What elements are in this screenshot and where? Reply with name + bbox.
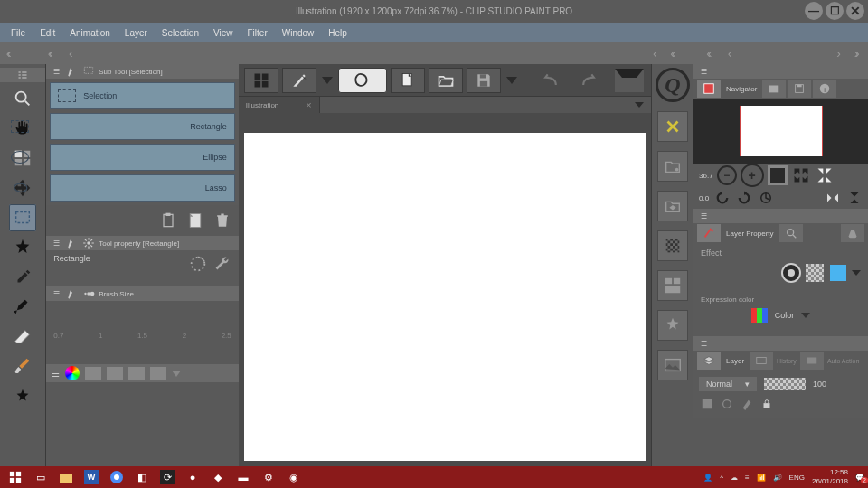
dropdown-icon[interactable] [322,77,333,84]
brush-size-header[interactable]: ☰ Brush Size [46,286,239,301]
tone-effect-button[interactable] [805,263,825,283]
explorer-taskbar-icon[interactable] [54,468,78,486]
panel-menu-icon[interactable]: ☰ [697,210,710,222]
panel-menu-icon[interactable]: ☰ [50,65,62,78]
panel-menu-icon[interactable]: ☰ [697,65,710,78]
expand-dock-icon[interactable]: ›› [848,46,868,61]
collapse-left-icon[interactable]: ‹‹ [0,46,20,61]
search-layer-tab[interactable] [779,224,803,242]
panel-menu-icon[interactable]: ☰ [52,369,60,379]
brush-size-body[interactable]: 0.7 1 1.5 2 2.5 [46,301,239,364]
rotate-cw-icon[interactable] [736,190,752,206]
navigator-thumbnail[interactable] [740,106,823,156]
chrome-taskbar-icon[interactable] [105,468,128,486]
dropdown-icon[interactable] [506,77,517,84]
auto-action-label[interactable]: Auto Action [827,358,859,364]
app3-taskbar-icon[interactable]: ◆ [206,468,230,486]
flip-h-icon[interactable] [825,190,841,206]
word-taskbar-icon[interactable]: W [80,468,103,486]
menu-window[interactable]: Window [282,28,315,38]
next-dock-icon[interactable]: › [829,46,848,61]
clipboard-icon[interactable] [159,211,177,230]
flip-v-icon[interactable] [846,190,863,206]
color-swatch-2[interactable] [107,367,123,380]
tray-volume-icon[interactable]: 🔊 [773,474,782,482]
navigator-header[interactable]: ☰ [693,64,868,79]
eraser-tool[interactable] [9,324,36,351]
close-tab-icon[interactable]: × [306,99,311,110]
panel-menu-icon[interactable]: ☰ [697,337,710,350]
info-tab[interactable]: i [813,80,836,98]
clip-studio-button[interactable] [282,68,316,93]
trash-icon[interactable] [213,211,231,230]
magnifier-tool[interactable] [9,85,36,112]
panel-menu-icon[interactable]: ☰ [50,237,62,249]
menu-selection[interactable]: Selection [162,28,199,38]
subview-tab[interactable] [762,80,786,98]
border-effect-button[interactable] [781,263,801,283]
grid-view-button[interactable] [244,68,278,93]
start-button[interactable] [4,468,27,486]
dock-folder-button[interactable] [657,151,688,182]
tool-property-header[interactable]: ☰ Tool property [Rectangle] [46,236,239,250]
settings-taskbar-icon[interactable]: ⚙ [257,468,280,486]
dropdown-icon[interactable] [801,313,810,318]
decoration-tool[interactable] [9,383,36,410]
tray-lang[interactable]: ENG [789,474,805,482]
close-button[interactable]: ✕ [846,2,864,20]
new-canvas-button[interactable] [338,68,387,93]
dock-panels-button[interactable] [657,270,688,301]
tray-notifications-icon[interactable]: 💬2 [855,474,864,482]
menu-layer[interactable]: Layer [125,28,147,38]
tab-dropdown-icon[interactable] [635,102,644,108]
draft-layer-icon[interactable] [741,398,753,410]
sack-tab[interactable] [841,224,864,242]
color-swatch-1[interactable] [85,367,101,380]
collapse-left2-icon[interactable]: ‹‹ [42,46,61,61]
layer-property-tab[interactable] [697,224,721,242]
collapse-right2-icon[interactable]: ‹‹ [665,46,684,61]
dock-pattern-button[interactable] [657,230,688,261]
tray-cloud-icon[interactable]: ☁ [731,474,738,482]
eyedropper-tool[interactable] [9,264,36,291]
subtool-ellipse[interactable]: Ellipse [50,144,235,171]
fit-screen-button[interactable] [768,165,788,185]
canvas-tab[interactable]: Illustration × [239,97,320,113]
animation-cels-tab[interactable] [750,352,773,370]
zoom-in-button[interactable]: + [741,164,764,187]
clip-studio-taskbar-icon[interactable]: ⟳ [156,468,179,486]
prev-right-icon[interactable]: ‹ [646,46,665,61]
new-file-button[interactable] [391,68,425,93]
task-view-button[interactable]: ▭ [29,468,52,486]
tray-clock[interactable]: 12:58 26/01/2018 [812,468,848,486]
app4-taskbar-icon[interactable]: ▬ [231,468,255,486]
maximize-button[interactable]: ☐ [826,2,844,20]
rotate-reset-icon[interactable] [758,190,774,206]
dropdown-icon[interactable] [852,270,861,276]
prev-left-icon[interactable]: ‹ [61,46,80,61]
reference-layer-icon[interactable] [721,398,733,410]
dock-effect-button[interactable] [657,310,688,341]
layer-property-header[interactable]: ☰ [693,209,868,223]
spinner-icon[interactable] [188,254,208,274]
fit-width-button[interactable] [791,165,811,185]
item-bank-tab[interactable] [788,80,811,98]
expression-color-select[interactable]: Color [701,307,861,324]
tray-bt-icon[interactable]: ≡ [745,474,750,482]
panel-menu-icon[interactable]: ☰ [50,287,62,300]
pen-tool[interactable] [9,294,36,321]
navigator-tab[interactable] [697,80,721,98]
lock-icon[interactable] [760,398,773,410]
undo-button[interactable] [533,68,568,93]
navigator-body[interactable] [693,99,868,164]
subtool-panel-header[interactable]: ☰ Sub Tool [Selection] [46,64,239,79]
collapse-dock-icon[interactable]: ‹‹ [701,46,721,61]
dropdown-icon[interactable] [172,371,181,377]
app5-taskbar-icon[interactable]: ◉ [282,468,306,486]
opacity-slider[interactable] [764,378,806,390]
dock-3d-button[interactable] [657,191,688,221]
rotate-ccw-icon[interactable] [714,190,731,206]
tool-palette-header[interactable] [0,68,45,82]
color-wheel-icon[interactable] [65,366,80,380]
save-button[interactable] [467,68,501,93]
